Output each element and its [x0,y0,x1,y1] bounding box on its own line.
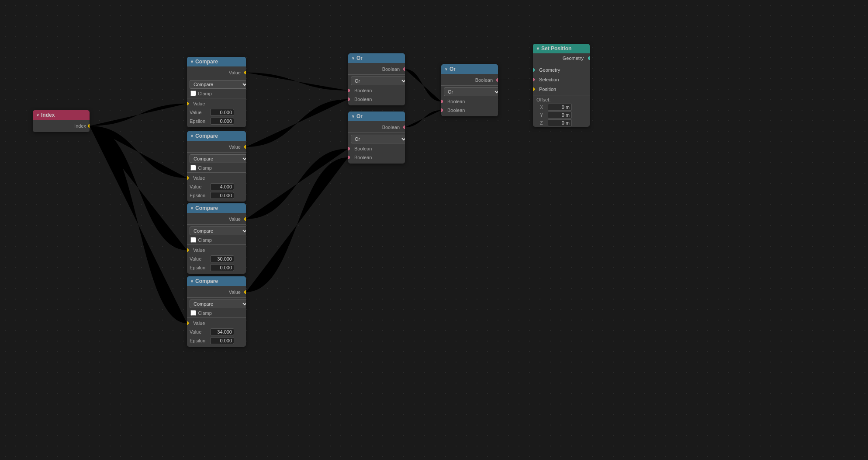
compare2-clamp-label: Clamp [198,165,212,171]
or2-boolean-output: Boolean [348,123,405,132]
set-position-header[interactable]: ∨ Set Position [533,44,590,53]
or3-bool1-socket[interactable] [441,100,443,103]
compare1-node: ∨ Compare Value Compare Clamp Value Valu… [187,57,246,127]
set-pos-geometry-in-socket[interactable] [533,68,535,72]
compare3-epsilon-field[interactable] [210,264,234,271]
compare3-node: ∨ Compare Value Compare Clamp Value Valu… [187,203,246,274]
compare2-mode-select[interactable]: Compare [190,154,246,163]
or3-node: ∨ Or Boolean Or Boolean Boolean [441,64,498,116]
index-node-header[interactable]: ∨ Index [33,110,90,120]
compare1-output-socket[interactable] [244,71,246,74]
or2-mode-select[interactable]: Or [351,135,405,143]
compare1-value-input-row: Value [187,108,246,117]
offset-z-value[interactable]: 0 m [548,119,572,126]
set-pos-geometry-input: Geometry [533,65,590,75]
index-chevron: ∨ [36,113,39,117]
compare1-clamp-label: Clamp [198,91,212,96]
set-pos-geometry-output: Geometry [533,53,590,63]
or1-output-socket[interactable] [403,67,405,71]
compare1-clamp-row: Clamp [187,90,246,97]
index-output-socket[interactable] [88,124,90,128]
or3-mode-select[interactable]: Or [444,87,498,96]
compare3-value-input-socket[interactable] [187,248,189,252]
or2-title: Or [356,113,363,119]
compare2-value-section: Value [187,174,246,182]
compare2-clamp-checkbox[interactable] [190,165,196,171]
set-position-node: ∨ Set Position Geometry Geometry Selecti… [533,44,590,127]
or1-boolean-output: Boolean [348,65,405,73]
or1-mode-select[interactable]: Or [351,77,405,85]
or2-boolean2-row: Boolean [348,153,405,162]
compare3-clamp-label: Clamp [198,237,212,243]
or2-bool1-socket[interactable] [348,147,350,150]
compare1-epsilon-field[interactable] [210,118,234,125]
compare1-title: Compare [195,59,218,65]
compare4-header[interactable]: ∨ Compare [187,276,246,286]
index-output-row: Index [33,122,90,130]
or1-bool2-socket[interactable] [348,98,350,101]
compare3-clamp-checkbox[interactable] [190,237,196,243]
or2-header[interactable]: ∨ Or [348,112,405,121]
compare3-header[interactable]: ∨ Compare [187,203,246,213]
compare4-clamp-row: Clamp [187,309,246,317]
set-pos-geometry-out-socket[interactable] [588,56,590,60]
compare3-mode-select[interactable]: Compare [190,227,246,235]
compare1-value-section: Value [187,99,246,108]
compare2-value-field[interactable] [210,183,234,190]
compare4-mode-select[interactable]: Compare [190,300,246,308]
or3-bool2-socket[interactable] [441,108,443,112]
compare2-value-output: Value [187,143,246,151]
index-output-label: Index [74,123,86,129]
compare4-value-section: Value [187,319,246,328]
compare2-value-input-socket[interactable] [187,176,189,180]
index-title: Index [41,112,55,118]
compare4-epsilon-row: Epsilon [187,336,246,345]
compare2-clamp-row: Clamp [187,164,246,171]
index-node: ∨ Index Index [33,110,90,132]
compare4-output-socket[interactable] [244,290,246,294]
compare1-clamp-checkbox[interactable] [190,91,196,96]
compare4-value-input-socket[interactable] [187,321,189,325]
set-pos-selection-socket[interactable] [533,78,535,81]
compare3-output-socket[interactable] [244,217,246,221]
offset-x-row: X 0 m [533,103,590,111]
compare2-title: Compare [195,133,218,139]
compare4-value-field[interactable] [210,328,234,335]
or1-title: Or [356,55,363,61]
or1-bool1-socket[interactable] [348,89,350,92]
compare4-clamp-checkbox[interactable] [190,310,196,316]
or3-boolean1-row: Boolean [441,97,498,106]
compare2-epsilon-field[interactable] [210,192,234,199]
compare3-epsilon-row: Epsilon [187,263,246,272]
or1-boolean1-row: Boolean [348,86,405,95]
compare4-value-input-row: Value [187,328,246,336]
or3-title: Or [450,66,456,72]
compare2-value-input-row: Value [187,182,246,191]
offset-label: Offset: [533,96,590,103]
compare1-value-field[interactable] [210,109,234,116]
set-pos-selection-input: Selection [533,75,590,84]
compare1-value-input-socket[interactable] [187,102,189,105]
offset-y-value[interactable]: 0 m [548,112,572,118]
or1-boolean2-row: Boolean [348,95,405,104]
compare3-value-output: Value [187,215,246,223]
set-pos-position-input: Position [533,84,590,94]
set-position-title: Set Position [541,45,571,52]
compare4-epsilon-field[interactable] [210,337,234,344]
compare2-header[interactable]: ∨ Compare [187,131,246,141]
compare3-clamp-row: Clamp [187,236,246,244]
compare2-output-socket[interactable] [244,145,246,149]
or2-output-socket[interactable] [403,125,405,129]
compare3-value-field[interactable] [210,255,234,262]
compare3-title: Compare [195,205,218,211]
or3-header[interactable]: ∨ Or [441,64,498,74]
offset-y-row: Y 0 m [533,111,590,119]
or3-output-socket[interactable] [496,78,498,82]
compare1-mode-select[interactable]: Compare [190,80,246,89]
or1-header[interactable]: ∨ Or [348,53,405,63]
offset-z-row: Z 0 m [533,119,590,127]
compare1-header[interactable]: ∨ Compare [187,57,246,66]
or2-bool2-socket[interactable] [348,156,350,159]
offset-x-value[interactable]: 0 m [548,104,572,111]
set-pos-position-socket[interactable] [533,87,535,91]
